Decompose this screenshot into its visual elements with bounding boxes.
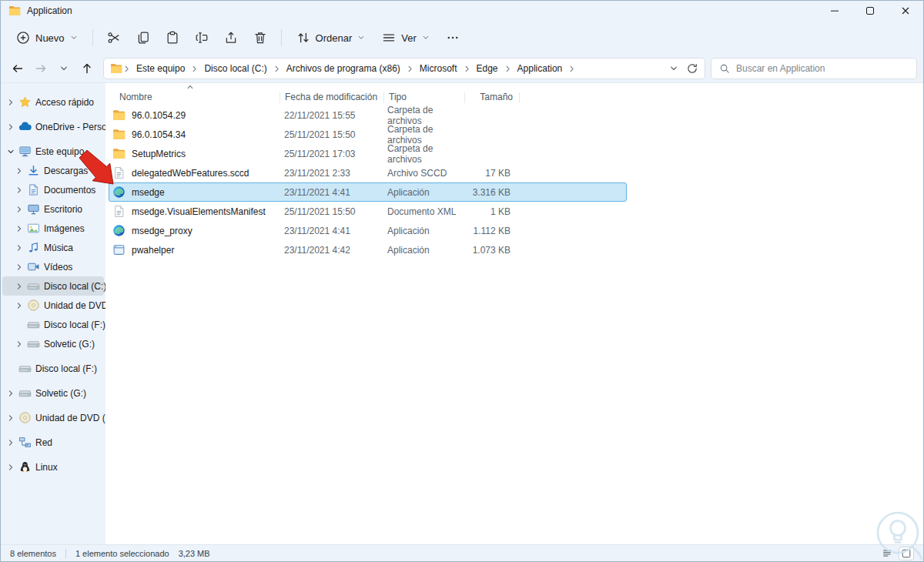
maximize-button[interactable] [852, 1, 888, 21]
breadcrumb-item[interactable]: Edge [471, 63, 504, 74]
music-icon [27, 241, 40, 254]
chevron-down-icon[interactable] [5, 146, 16, 157]
chevron-right-icon[interactable] [406, 65, 414, 73]
chevron-right-icon[interactable] [273, 65, 281, 73]
more-options-button[interactable] [439, 25, 467, 51]
sidebar-item-label: Música [44, 243, 73, 253]
star-icon [18, 95, 32, 109]
copy-button[interactable] [129, 25, 157, 51]
rename-button[interactable] [188, 25, 216, 51]
sidebar-item[interactable]: Escritorio [2, 199, 104, 219]
file-row[interactable]: msedge_proxy23/11/2021 4:41Aplicación1.1… [109, 221, 627, 240]
file-row[interactable]: delegatedWebFeatures.sccd23/11/2021 2:33… [109, 163, 627, 182]
chevron-none-icon [5, 363, 16, 374]
sidebar-item-label: Acceso rápido [35, 97, 94, 108]
sidebar-item[interactable]: Unidad de DVD (D [2, 296, 104, 315]
sidebar-item[interactable]: Solvetic (G:) [2, 383, 104, 403]
chevron-right-icon[interactable] [14, 243, 25, 253]
column-divider[interactable] [519, 92, 520, 103]
chevron-right-icon[interactable] [14, 204, 25, 215]
column-header-size[interactable]: Tamaño [465, 92, 519, 102]
chevron-down-icon[interactable] [669, 64, 678, 73]
file-row[interactable]: 96.0.1054.3425/11/2021 15:50Carpeta de a… [109, 125, 627, 144]
sidebar-item[interactable]: Unidad de DVD (D: [2, 408, 104, 427]
folder-icon [112, 147, 126, 160]
chevron-right-icon[interactable] [5, 122, 16, 132]
chevron-right-icon[interactable] [14, 223, 25, 234]
sidebar-item[interactable]: Disco local (C:) [2, 276, 104, 296]
content-area: Acceso rápidoOneDrive - PersonaEste equi… [1, 83, 923, 546]
address-bar: Este equipoDisco local (C:)Archivos de p… [1, 55, 923, 83]
sidebar-item[interactable]: Descargas [2, 161, 104, 180]
file-icon [112, 205, 126, 218]
sidebar-item[interactable]: Red [2, 433, 104, 452]
chevron-right-icon[interactable] [14, 262, 25, 273]
sidebar-item-label: Disco local (F:) [35, 363, 97, 374]
dvd-icon [27, 299, 40, 312]
sidebar-item[interactable]: Linux [2, 457, 104, 477]
sidebar-item[interactable]: Disco local (F:) [2, 359, 104, 378]
paste-button[interactable] [159, 25, 186, 51]
recent-locations-button[interactable] [53, 58, 75, 79]
file-type: Carpeta de archivos [383, 124, 463, 146]
sidebar-item[interactable]: Este equipo [2, 142, 104, 161]
share-button[interactable] [217, 25, 245, 51]
up-button[interactable] [76, 58, 98, 79]
sidebar-item[interactable]: Imágenes [2, 219, 104, 238]
delete-button[interactable] [246, 25, 274, 51]
view-button-label: Ver [401, 32, 417, 44]
column-header-type[interactable]: Tipo [384, 92, 464, 102]
videos-icon [27, 260, 40, 273]
minimize-button[interactable] [817, 1, 852, 21]
chevron-right-icon[interactable] [5, 413, 16, 423]
sidebar-item[interactable]: Acceso rápido [2, 92, 104, 112]
breadcrumb-bar[interactable]: Este equipoDisco local (C:)Archivos de p… [103, 58, 705, 79]
chevron-right-icon[interactable] [14, 300, 25, 311]
sidebar-item-label: Documentos [44, 185, 95, 196]
chevron-right-icon[interactable] [463, 65, 471, 73]
search-input[interactable] [736, 63, 909, 74]
breadcrumb-item[interactable]: Application [512, 63, 568, 74]
breadcrumb-item[interactable]: Disco local (C:) [199, 63, 272, 74]
column-header-name[interactable]: Nombre [109, 92, 280, 102]
chevron-right-icon[interactable] [14, 281, 25, 292]
sidebar-item[interactable]: Vídeos [2, 257, 104, 276]
icons-view-button[interactable] [899, 547, 914, 560]
chevron-right-icon[interactable] [5, 462, 16, 473]
chevron-right-icon[interactable] [14, 339, 25, 350]
sidebar-item[interactable]: Disco local (F:) [2, 315, 104, 334]
breadcrumb-item[interactable]: Este equipo [131, 63, 190, 74]
chevron-right-icon[interactable] [504, 65, 512, 73]
file-row[interactable]: 96.0.1054.2922/11/2021 15:55Carpeta de a… [109, 105, 627, 125]
breadcrumb-item[interactable]: Microsoft [414, 63, 463, 74]
file-date: 25/11/2021 15:50 [280, 206, 383, 217]
chevron-right-icon[interactable] [567, 65, 576, 73]
cut-button[interactable] [100, 25, 128, 51]
chevron-right-icon[interactable] [14, 166, 25, 176]
file-row[interactable]: pwahelper23/11/2021 4:42Aplicación1.073 … [109, 240, 627, 259]
sidebar-item[interactable]: Documentos [2, 180, 104, 199]
back-button[interactable] [7, 58, 28, 79]
details-view-button[interactable] [879, 547, 895, 560]
new-button[interactable]: Nuevo [8, 25, 85, 50]
forward-button[interactable] [30, 58, 52, 79]
chevron-right-icon[interactable] [14, 185, 25, 196]
chevron-right-icon[interactable] [5, 437, 16, 448]
file-row[interactable]: msedge.VisualElementsManifest25/11/2021 … [109, 202, 627, 221]
sidebar-item[interactable]: Solvetic (G:) [2, 334, 104, 353]
chevron-right-icon[interactable] [5, 388, 16, 399]
column-header-date[interactable]: Fecha de modificación [280, 92, 383, 102]
file-row[interactable]: SetupMetrics25/11/2021 17:03Carpeta de a… [109, 144, 627, 163]
search-box[interactable] [711, 58, 917, 79]
chevron-right-icon[interactable] [190, 65, 199, 73]
sidebar-item-label: Este equipo [35, 146, 84, 157]
chevron-right-icon[interactable] [5, 97, 16, 108]
sort-button[interactable]: Ordenar [289, 25, 373, 50]
view-button[interactable]: Ver [374, 25, 437, 50]
breadcrumb-item[interactable]: Archivos de programa (x86) [281, 63, 406, 74]
file-row[interactable]: msedge23/11/2021 4:41Aplicación3.316 KB [109, 182, 627, 202]
sidebar-item[interactable]: Música [2, 238, 104, 257]
refresh-icon[interactable] [686, 62, 698, 75]
close-button[interactable] [888, 1, 923, 21]
sidebar-item[interactable]: OneDrive - Persona [2, 117, 104, 136]
